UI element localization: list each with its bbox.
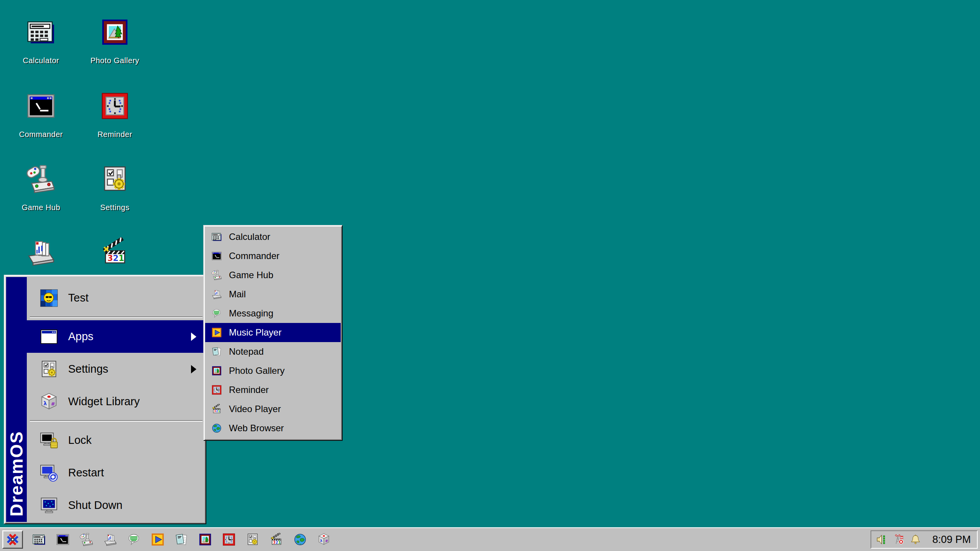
- menu-item-test[interactable]: Test: [27, 282, 204, 314]
- taskbar-icon-game-hub[interactable]: [80, 533, 93, 546]
- reminder-icon: [211, 385, 222, 395]
- desktop-icon-reminder[interactable]: Reminder: [81, 91, 149, 139]
- music-player-icon: [211, 327, 222, 338]
- menu-item-apps[interactable]: Apps: [27, 320, 204, 353]
- taskbar-icon-commander[interactable]: [56, 533, 70, 546]
- mail-icon: [26, 237, 56, 267]
- mail-icon: [103, 533, 117, 546]
- submenu-item-label: Music Player: [229, 327, 281, 338]
- taskbar: 8:09 PM: [0, 527, 980, 551]
- submenu-item-mail[interactable]: Mail: [205, 285, 341, 304]
- desktop-icon-game-hub[interactable]: Game Hub: [7, 164, 75, 212]
- taskbar-icon-reminder[interactable]: [222, 533, 236, 546]
- network-offline-icon[interactable]: [893, 534, 905, 546]
- music-player-icon: [151, 533, 165, 546]
- lock-icon: [39, 430, 59, 450]
- menu-item-restart[interactable]: Restart: [27, 456, 204, 489]
- taskbar-icon-video-player[interactable]: [270, 533, 283, 546]
- quick-launch-bar: [32, 533, 331, 546]
- start-menu: DreamOS Test Apps Settings Widget Librar…: [4, 275, 206, 524]
- menu-item-label: Settings: [68, 363, 108, 375]
- desktop-icon-label: Reminder: [81, 130, 149, 139]
- submenu-item-video-player[interactable]: Video Player: [205, 399, 341, 419]
- submenu-item-label: Notepad: [229, 346, 264, 357]
- submenu-arrow-icon: [191, 365, 196, 373]
- shut-down-icon: [39, 496, 59, 515]
- submenu-item-reminder[interactable]: Reminder: [205, 380, 341, 399]
- submenu-item-web-browser[interactable]: Web Browser: [205, 419, 341, 438]
- start-menu-brand-band: DreamOS: [6, 277, 27, 522]
- taskbar-icon-settings[interactable]: [246, 533, 260, 546]
- submenu-item-label: Reminder: [229, 385, 269, 395]
- notepad-icon: [211, 346, 222, 357]
- menu-item-lock[interactable]: Lock: [27, 424, 204, 456]
- taskbar-icon-photo-gallery[interactable]: [198, 533, 212, 546]
- submenu-item-label: Messaging: [229, 308, 273, 319]
- taskbar-icon-mail[interactable]: [103, 533, 117, 546]
- widget-library-icon: [317, 533, 331, 546]
- photo-gallery-icon: [211, 365, 222, 376]
- settings-icon: [100, 164, 130, 194]
- game-hub-icon: [26, 164, 56, 194]
- brand-text: DreamOS: [6, 431, 27, 517]
- menu-item-settings[interactable]: Settings: [27, 353, 204, 385]
- photo-gallery-icon: [198, 533, 212, 546]
- taskbar-icon-widget-library[interactable]: [317, 533, 331, 546]
- submenu-arrow-icon: [191, 333, 196, 341]
- submenu-item-messaging[interactable]: Messaging: [205, 304, 341, 323]
- settings-icon: [246, 533, 260, 546]
- apps-submenu: Calculator Commander Game Hub Mail Messa…: [203, 225, 343, 441]
- submenu-item-commander[interactable]: Commander: [205, 246, 341, 266]
- submenu-item-game-hub[interactable]: Game Hub: [205, 266, 341, 285]
- desktop-icon-label: Game Hub: [7, 203, 75, 212]
- mail-icon: [211, 289, 222, 300]
- menu-item-label: Shut Down: [68, 499, 122, 512]
- submenu-item-notepad[interactable]: Notepad: [205, 342, 341, 361]
- taskbar-clock[interactable]: 8:09 PM: [932, 534, 972, 546]
- video-player-icon: [211, 404, 222, 414]
- web-browser-icon: [293, 533, 307, 546]
- desktop-icon-photo-gallery[interactable]: Photo Gallery: [81, 17, 149, 65]
- volume-icon[interactable]: [876, 534, 888, 546]
- game-hub-icon: [211, 270, 222, 280]
- submenu-item-label: Calculator: [229, 231, 270, 242]
- submenu-item-label: Web Browser: [229, 423, 284, 434]
- desktop-icon-calculator[interactable]: Calculator: [7, 17, 75, 65]
- reminder-icon: [222, 533, 236, 546]
- taskbar-icon-music-player[interactable]: [151, 533, 165, 546]
- taskbar-icon-calculator[interactable]: [32, 533, 46, 546]
- web-browser-icon: [211, 423, 222, 434]
- menu-item-widget-library[interactable]: Widget Library: [27, 385, 204, 418]
- commander-icon: [56, 533, 70, 546]
- game-hub-icon: [80, 533, 93, 546]
- menu-item-label: Apps: [68, 330, 93, 343]
- apps-icon: [39, 327, 59, 347]
- menu-separator: [30, 316, 203, 318]
- menu-item-label: Restart: [68, 466, 104, 479]
- desktop-icon-video-player[interactable]: [81, 237, 149, 276]
- commander-icon: [211, 251, 222, 261]
- notification-bell-icon[interactable]: [910, 534, 921, 546]
- calculator-icon: [26, 17, 56, 47]
- menu-item-label: Test: [68, 292, 88, 304]
- commander-icon: [26, 91, 56, 121]
- submenu-item-photo-gallery[interactable]: Photo Gallery: [205, 361, 341, 380]
- desktop-icon-settings[interactable]: Settings: [81, 164, 149, 212]
- submenu-item-calculator[interactable]: Calculator: [205, 227, 341, 246]
- submenu-item-label: Photo Gallery: [229, 365, 284, 376]
- submenu-item-label: Game Hub: [229, 270, 273, 280]
- taskbar-icon-web-browser[interactable]: [293, 533, 307, 546]
- taskbar-icon-notepad[interactable]: [175, 533, 188, 546]
- submenu-item-music-player[interactable]: Music Player: [205, 323, 341, 342]
- desktop-icon-label: Commander: [7, 130, 75, 139]
- restart-icon: [39, 463, 59, 483]
- submenu-item-label: Commander: [229, 251, 279, 261]
- menu-separator: [30, 420, 203, 422]
- reminder-icon: [100, 91, 130, 121]
- video-player-icon: [100, 237, 130, 267]
- desktop-icon-mail[interactable]: [7, 237, 75, 276]
- desktop-icon-commander[interactable]: Commander: [7, 91, 75, 139]
- menu-item-shut-down[interactable]: Shut Down: [27, 489, 204, 522]
- start-button[interactable]: [2, 530, 23, 549]
- taskbar-icon-messaging[interactable]: [127, 533, 141, 546]
